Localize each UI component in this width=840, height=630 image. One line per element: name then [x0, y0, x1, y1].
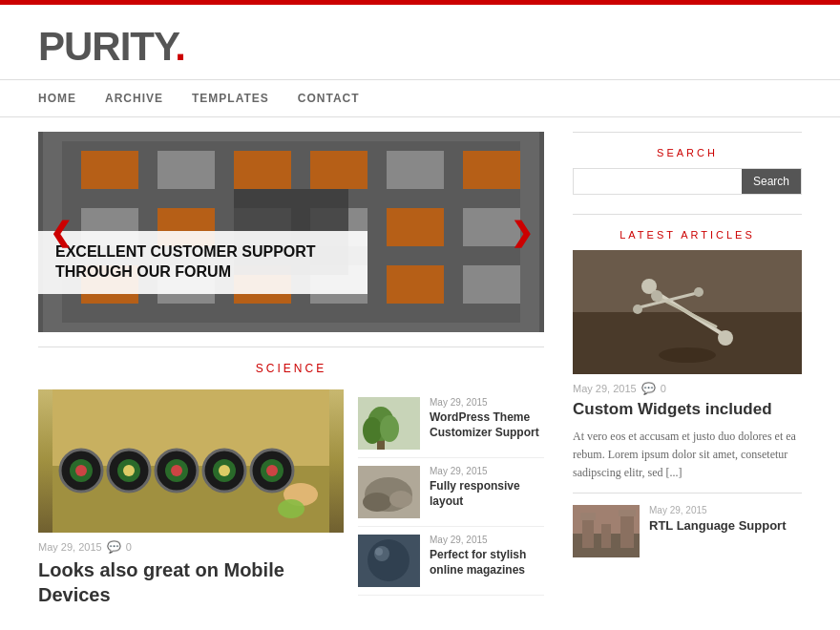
svg-rect-72	[619, 510, 636, 516]
sidebar-small-article-title[interactable]: RTL Language Support	[649, 518, 786, 535]
svg-rect-4	[158, 151, 215, 189]
search-button[interactable]: Search	[742, 169, 801, 194]
header: PURITY.	[0, 5, 840, 79]
side-article-1-date: May 29, 2015	[430, 397, 544, 408]
svg-rect-68	[582, 519, 594, 548]
side-article-2-info: May 29, 2015 Fully responsive layout	[430, 466, 544, 509]
slider-caption-text: EXCELLENT CUSTOMER SUPPORT THROUGH OUR F…	[55, 242, 350, 283]
side-article-3-info: May 29, 2015 Perfect for stylish online …	[430, 535, 544, 578]
slider-next-button[interactable]: ❯	[511, 217, 533, 248]
nav-item-contact[interactable]: CONTACT	[298, 80, 360, 116]
side-article-2-title[interactable]: Fully responsive layout	[430, 479, 544, 509]
svg-point-48	[363, 493, 391, 512]
side-article-1-title[interactable]: WordPress Theme Customizer Support	[430, 410, 544, 440]
search-input[interactable]	[574, 169, 742, 194]
svg-rect-6	[310, 151, 368, 189]
side-article-3-title[interactable]: Perfect for stylish online magazines	[430, 548, 544, 578]
svg-rect-69	[601, 524, 611, 548]
svg-point-38	[266, 465, 278, 476]
svg-point-26	[75, 465, 87, 476]
search-section-title: SEARCH	[573, 132, 802, 158]
svg-rect-19	[387, 265, 444, 304]
side-article-1: May 29, 2015 WordPress Theme Customizer …	[358, 389, 544, 458]
svg-rect-56	[573, 250, 802, 312]
slider-caption: EXCELLENT CUSTOMER SUPPORT THROUGH OUR F…	[38, 231, 368, 294]
svg-point-44	[363, 417, 382, 444]
svg-point-51	[368, 539, 410, 581]
logo-text: PURITY	[38, 24, 175, 69]
side-article-2-image	[358, 466, 420, 518]
latest-article-meta: May 29, 2015 💬 0	[573, 382, 802, 395]
svg-point-49	[389, 491, 412, 508]
side-article-3: May 29, 2015 Perfect for stylish online …	[358, 527, 544, 596]
search-box: Search	[573, 168, 802, 195]
main-article-meta: May 29, 2015 💬 0	[38, 540, 344, 554]
svg-point-45	[380, 415, 399, 442]
latest-comment-icon: 💬	[641, 382, 656, 395]
sidebar-small-article-date: May 29, 2015	[649, 505, 786, 515]
svg-point-53	[375, 548, 383, 556]
side-article-2: May 29, 2015 Fully responsive layout	[358, 458, 544, 527]
svg-point-40	[278, 499, 304, 518]
svg-rect-13	[387, 208, 444, 246]
section-label-science: SCIENCE	[38, 362, 544, 375]
svg-rect-7	[387, 151, 444, 189]
svg-rect-3	[81, 151, 138, 189]
latest-article-image	[573, 250, 802, 374]
svg-point-63	[633, 304, 642, 314]
svg-rect-55	[573, 307, 802, 374]
main-article-comment-count: 0	[126, 541, 132, 553]
sidebar-small-article-info: May 29, 2015 RTL Language Support	[649, 505, 786, 557]
side-article-1-info: May 29, 2015 WordPress Theme Customizer …	[430, 397, 544, 440]
sidebar-small-article-image	[573, 505, 640, 557]
latest-article-date-text: May 29, 2015	[573, 383, 637, 394]
site-logo[interactable]: PURITY.	[38, 24, 802, 70]
main-article-image	[38, 389, 344, 533]
articles-grid: May 29, 2015 💬 0 Looks also great on Mob…	[38, 389, 544, 607]
slider-prev-button[interactable]: ❮	[50, 217, 72, 248]
latest-article-title[interactable]: Custom Widgets included	[573, 399, 802, 420]
svg-point-32	[171, 465, 182, 476]
divider	[38, 346, 544, 347]
svg-point-61	[651, 290, 662, 302]
svg-rect-70	[620, 514, 634, 548]
latest-article-text: At vero eos et accusam et justo duo dolo…	[573, 428, 802, 483]
svg-rect-5	[234, 151, 291, 189]
side-article-3-date: May 29, 2015	[430, 535, 544, 545]
side-article-2-date: May 29, 2015	[430, 466, 544, 476]
latest-articles-title: LATEST ARTICLES	[573, 214, 802, 241]
svg-point-59	[718, 330, 733, 346]
side-article-1-image	[358, 397, 420, 450]
svg-rect-20	[463, 265, 520, 304]
comment-icon: 💬	[107, 540, 121, 554]
svg-point-64	[694, 287, 704, 297]
main-container: EXCELLENT CUSTOMER SUPPORT THROUGH OUR F…	[0, 132, 840, 626]
sidebar: SEARCH Search LATEST ARTICLES	[573, 132, 802, 607]
hero-slider: EXCELLENT CUSTOMER SUPPORT THROUGH OUR F…	[38, 132, 544, 332]
latest-comment-count: 0	[661, 383, 666, 394]
logo-dot: .	[175, 24, 185, 69]
main-nav: HOME ARCHIVE TEMPLATES CONTACT	[0, 79, 840, 117]
svg-rect-8	[463, 151, 520, 189]
content-area: EXCELLENT CUSTOMER SUPPORT THROUGH OUR F…	[38, 132, 544, 607]
nav-item-home[interactable]: HOME	[38, 80, 76, 116]
main-article-title[interactable]: Looks also great on Mobile Devices	[38, 557, 344, 607]
nav-item-archive[interactable]: ARCHIVE	[105, 80, 163, 116]
nav-item-templates[interactable]: TEMPLATES	[192, 80, 269, 116]
svg-point-65	[659, 347, 716, 363]
sidebar-small-article: May 29, 2015 RTL Language Support	[573, 493, 802, 557]
main-article-date-text: May 29, 2015	[38, 541, 102, 553]
svg-point-29	[123, 465, 135, 476]
search-section: SEARCH Search	[573, 132, 802, 195]
svg-rect-71	[580, 513, 596, 520]
latest-articles-section: LATEST ARTICLES	[573, 214, 802, 557]
svg-point-35	[219, 465, 230, 476]
main-article: May 29, 2015 💬 0 Looks also great on Mob…	[38, 389, 344, 607]
side-articles: May 29, 2015 WordPress Theme Customizer …	[358, 389, 544, 607]
side-article-3-image	[358, 535, 420, 587]
